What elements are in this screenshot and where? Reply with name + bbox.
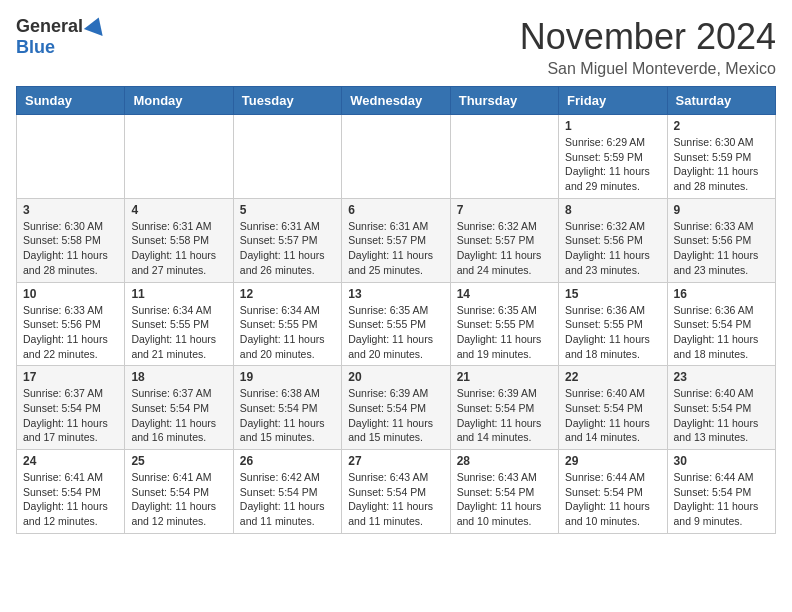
- calendar-cell: 21Sunrise: 6:39 AMSunset: 5:54 PMDayligh…: [450, 366, 558, 450]
- calendar-cell: 4Sunrise: 6:31 AMSunset: 5:58 PMDaylight…: [125, 198, 233, 282]
- calendar-cell: 28Sunrise: 6:43 AMSunset: 5:54 PMDayligh…: [450, 450, 558, 534]
- calendar-cell: 23Sunrise: 6:40 AMSunset: 5:54 PMDayligh…: [667, 366, 775, 450]
- day-number: 7: [457, 203, 552, 217]
- calendar-cell: 12Sunrise: 6:34 AMSunset: 5:55 PMDayligh…: [233, 282, 341, 366]
- day-number: 14: [457, 287, 552, 301]
- calendar-cell: 5Sunrise: 6:31 AMSunset: 5:57 PMDaylight…: [233, 198, 341, 282]
- calendar-cell: 16Sunrise: 6:36 AMSunset: 5:54 PMDayligh…: [667, 282, 775, 366]
- day-info: Sunrise: 6:37 AMSunset: 5:54 PMDaylight:…: [23, 386, 118, 445]
- calendar-week-row: 3Sunrise: 6:30 AMSunset: 5:58 PMDaylight…: [17, 198, 776, 282]
- day-info: Sunrise: 6:29 AMSunset: 5:59 PMDaylight:…: [565, 135, 660, 194]
- day-number: 12: [240, 287, 335, 301]
- calendar-cell: 20Sunrise: 6:39 AMSunset: 5:54 PMDayligh…: [342, 366, 450, 450]
- day-info: Sunrise: 6:34 AMSunset: 5:55 PMDaylight:…: [240, 303, 335, 362]
- day-number: 17: [23, 370, 118, 384]
- calendar-week-row: 17Sunrise: 6:37 AMSunset: 5:54 PMDayligh…: [17, 366, 776, 450]
- day-info: Sunrise: 6:42 AMSunset: 5:54 PMDaylight:…: [240, 470, 335, 529]
- day-info: Sunrise: 6:33 AMSunset: 5:56 PMDaylight:…: [23, 303, 118, 362]
- day-info: Sunrise: 6:44 AMSunset: 5:54 PMDaylight:…: [674, 470, 769, 529]
- calendar-cell: 9Sunrise: 6:33 AMSunset: 5:56 PMDaylight…: [667, 198, 775, 282]
- calendar-cell: 14Sunrise: 6:35 AMSunset: 5:55 PMDayligh…: [450, 282, 558, 366]
- calendar-cell: [125, 115, 233, 199]
- calendar-weekday-friday: Friday: [559, 87, 667, 115]
- calendar-week-row: 10Sunrise: 6:33 AMSunset: 5:56 PMDayligh…: [17, 282, 776, 366]
- day-info: Sunrise: 6:39 AMSunset: 5:54 PMDaylight:…: [348, 386, 443, 445]
- day-info: Sunrise: 6:37 AMSunset: 5:54 PMDaylight:…: [131, 386, 226, 445]
- logo: General Blue: [16, 16, 106, 58]
- calendar-cell: 6Sunrise: 6:31 AMSunset: 5:57 PMDaylight…: [342, 198, 450, 282]
- day-number: 22: [565, 370, 660, 384]
- calendar-cell: 17Sunrise: 6:37 AMSunset: 5:54 PMDayligh…: [17, 366, 125, 450]
- calendar-cell: 27Sunrise: 6:43 AMSunset: 5:54 PMDayligh…: [342, 450, 450, 534]
- calendar-cell: 13Sunrise: 6:35 AMSunset: 5:55 PMDayligh…: [342, 282, 450, 366]
- day-info: Sunrise: 6:30 AMSunset: 5:58 PMDaylight:…: [23, 219, 118, 278]
- day-info: Sunrise: 6:32 AMSunset: 5:56 PMDaylight:…: [565, 219, 660, 278]
- day-info: Sunrise: 6:38 AMSunset: 5:54 PMDaylight:…: [240, 386, 335, 445]
- calendar-header-row: SundayMondayTuesdayWednesdayThursdayFrid…: [17, 87, 776, 115]
- day-info: Sunrise: 6:32 AMSunset: 5:57 PMDaylight:…: [457, 219, 552, 278]
- day-number: 1: [565, 119, 660, 133]
- location-title: San Miguel Monteverde, Mexico: [520, 60, 776, 78]
- day-number: 26: [240, 454, 335, 468]
- calendar-cell: [450, 115, 558, 199]
- day-info: Sunrise: 6:31 AMSunset: 5:58 PMDaylight:…: [131, 219, 226, 278]
- day-info: Sunrise: 6:40 AMSunset: 5:54 PMDaylight:…: [565, 386, 660, 445]
- day-info: Sunrise: 6:40 AMSunset: 5:54 PMDaylight:…: [674, 386, 769, 445]
- day-number: 10: [23, 287, 118, 301]
- calendar-cell: 15Sunrise: 6:36 AMSunset: 5:55 PMDayligh…: [559, 282, 667, 366]
- day-number: 30: [674, 454, 769, 468]
- day-info: Sunrise: 6:35 AMSunset: 5:55 PMDaylight:…: [457, 303, 552, 362]
- day-number: 4: [131, 203, 226, 217]
- calendar-weekday-saturday: Saturday: [667, 87, 775, 115]
- day-info: Sunrise: 6:36 AMSunset: 5:54 PMDaylight:…: [674, 303, 769, 362]
- calendar-weekday-monday: Monday: [125, 87, 233, 115]
- day-number: 2: [674, 119, 769, 133]
- calendar-weekday-wednesday: Wednesday: [342, 87, 450, 115]
- calendar-cell: 22Sunrise: 6:40 AMSunset: 5:54 PMDayligh…: [559, 366, 667, 450]
- day-number: 27: [348, 454, 443, 468]
- day-info: Sunrise: 6:33 AMSunset: 5:56 PMDaylight:…: [674, 219, 769, 278]
- calendar-weekday-sunday: Sunday: [17, 87, 125, 115]
- day-number: 20: [348, 370, 443, 384]
- calendar-cell: [233, 115, 341, 199]
- calendar-cell: 1Sunrise: 6:29 AMSunset: 5:59 PMDaylight…: [559, 115, 667, 199]
- calendar-table: SundayMondayTuesdayWednesdayThursdayFrid…: [16, 86, 776, 534]
- calendar-cell: 2Sunrise: 6:30 AMSunset: 5:59 PMDaylight…: [667, 115, 775, 199]
- calendar-cell: [342, 115, 450, 199]
- calendar-cell: 30Sunrise: 6:44 AMSunset: 5:54 PMDayligh…: [667, 450, 775, 534]
- page-header: General Blue November 2024 San Miguel Mo…: [16, 16, 776, 78]
- logo-blue-text: Blue: [16, 37, 55, 58]
- calendar-cell: 25Sunrise: 6:41 AMSunset: 5:54 PMDayligh…: [125, 450, 233, 534]
- day-info: Sunrise: 6:44 AMSunset: 5:54 PMDaylight:…: [565, 470, 660, 529]
- day-info: Sunrise: 6:36 AMSunset: 5:55 PMDaylight:…: [565, 303, 660, 362]
- day-number: 19: [240, 370, 335, 384]
- day-info: Sunrise: 6:34 AMSunset: 5:55 PMDaylight:…: [131, 303, 226, 362]
- day-number: 21: [457, 370, 552, 384]
- day-number: 5: [240, 203, 335, 217]
- day-info: Sunrise: 6:30 AMSunset: 5:59 PMDaylight:…: [674, 135, 769, 194]
- day-info: Sunrise: 6:39 AMSunset: 5:54 PMDaylight:…: [457, 386, 552, 445]
- title-section: November 2024 San Miguel Monteverde, Mex…: [520, 16, 776, 78]
- day-number: 6: [348, 203, 443, 217]
- day-number: 3: [23, 203, 118, 217]
- calendar-weekday-tuesday: Tuesday: [233, 87, 341, 115]
- logo-general-text: General: [16, 16, 83, 37]
- day-info: Sunrise: 6:31 AMSunset: 5:57 PMDaylight:…: [240, 219, 335, 278]
- calendar-cell: [17, 115, 125, 199]
- day-number: 13: [348, 287, 443, 301]
- logo-triangle-icon: [84, 14, 108, 36]
- day-number: 18: [131, 370, 226, 384]
- day-number: 15: [565, 287, 660, 301]
- day-number: 9: [674, 203, 769, 217]
- day-number: 28: [457, 454, 552, 468]
- day-number: 11: [131, 287, 226, 301]
- calendar-cell: 24Sunrise: 6:41 AMSunset: 5:54 PMDayligh…: [17, 450, 125, 534]
- calendar-cell: 10Sunrise: 6:33 AMSunset: 5:56 PMDayligh…: [17, 282, 125, 366]
- calendar-cell: 8Sunrise: 6:32 AMSunset: 5:56 PMDaylight…: [559, 198, 667, 282]
- calendar-cell: 18Sunrise: 6:37 AMSunset: 5:54 PMDayligh…: [125, 366, 233, 450]
- day-number: 8: [565, 203, 660, 217]
- calendar-cell: 7Sunrise: 6:32 AMSunset: 5:57 PMDaylight…: [450, 198, 558, 282]
- day-info: Sunrise: 6:43 AMSunset: 5:54 PMDaylight:…: [348, 470, 443, 529]
- calendar-cell: 3Sunrise: 6:30 AMSunset: 5:58 PMDaylight…: [17, 198, 125, 282]
- day-number: 25: [131, 454, 226, 468]
